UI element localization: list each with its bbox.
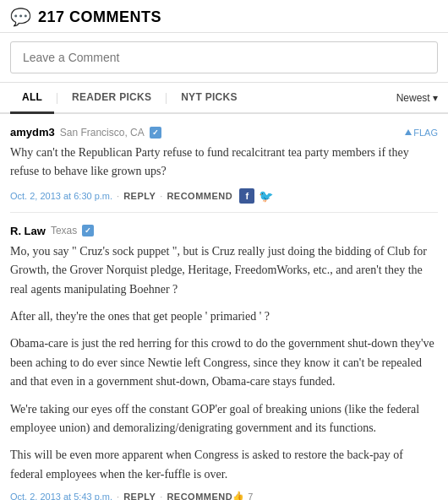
thumbs-up-icon: 👍 <box>232 491 244 500</box>
dot-2: · <box>160 191 162 201</box>
sort-arrow: ▾ <box>433 92 438 104</box>
sort-dropdown[interactable]: Newest ▾ <box>396 92 438 104</box>
comment-1-author: amydm3 <box>10 126 55 139</box>
comment-2-location: Texas <box>51 225 77 236</box>
comment-1-location: San Francisco, CA <box>60 127 145 139</box>
tabs-left: ALL | READER PICKS | NYT PICKS <box>10 83 396 112</box>
dot-1: · <box>117 191 119 201</box>
comments-header: 💬 217 COMMENTS <box>0 0 448 33</box>
comment-input-area <box>0 33 448 83</box>
comment-1-actions: Oct. 2, 2013 at 6:30 p.m. · REPLY · RECO… <box>10 188 438 204</box>
comments-count-title: 217 COMMENTS <box>38 8 161 26</box>
comment-2-recommend[interactable]: RECOMMEND <box>167 492 232 500</box>
comment-1-meta: amydm3 San Francisco, CA ✓ FLAG <box>10 126 438 139</box>
comment-2-text: Mo, you say " Cruz's sock puppet ", but … <box>10 242 438 484</box>
comment-input[interactable] <box>10 41 438 73</box>
comment-1-verified: ✓ <box>150 127 161 139</box>
comment-2-reply[interactable]: REPLY <box>123 492 156 500</box>
comment-1-author-area: amydm3 San Francisco, CA ✓ <box>10 126 161 139</box>
tab-all[interactable]: ALL <box>10 83 54 114</box>
dot-3: · <box>117 492 119 500</box>
comment-icon: 💬 <box>10 7 31 27</box>
comment-2-actions: Oct. 2, 2013 at 5:43 p.m. · REPLY · RECO… <box>10 491 438 500</box>
comment-2-verified: ✓ <box>82 225 94 236</box>
comment-1-flag[interactable]: FLAG <box>405 128 438 138</box>
comment-2-date: Oct. 2, 2013 at 5:43 p.m. <box>10 492 112 500</box>
flag-label: FLAG <box>413 128 438 138</box>
tab-nyt-picks[interactable]: NYT PICKS <box>169 83 249 114</box>
comment-1: amydm3 San Francisco, CA ✓ FLAG Why can'… <box>10 114 438 213</box>
comment-1-text: Why can't the Republican Party refuse to… <box>10 144 438 182</box>
sort-label: Newest <box>396 92 430 104</box>
comment-2-meta: R. Law Texas ✓ <box>10 225 438 237</box>
tab-reader-picks[interactable]: READER PICKS <box>60 83 163 114</box>
twitter-icon[interactable]: 🐦 <box>259 190 273 202</box>
comment-1-date: Oct. 2, 2013 at 6:30 p.m. <box>10 191 112 201</box>
facebook-icon[interactable]: f <box>239 188 254 204</box>
comment-1-social: f 🐦 <box>239 188 273 204</box>
comment-2: R. Law Texas ✓ Mo, you say " Cruz's sock… <box>10 213 438 500</box>
comment-2-recommend-count: 7 <box>248 492 253 500</box>
tabs-row: ALL | READER PICKS | NYT PICKS Newest ▾ <box>0 83 448 114</box>
tab-divider-1: | <box>54 91 60 105</box>
dot-4: · <box>160 492 162 500</box>
comment-1-reply[interactable]: REPLY <box>123 191 156 201</box>
comment-2-author: R. Law <box>10 225 46 237</box>
comment-2-author-area: R. Law Texas ✓ <box>10 225 94 237</box>
comment-1-recommend[interactable]: RECOMMEND <box>167 191 232 201</box>
tab-divider-2: | <box>163 91 169 105</box>
flag-icon <box>405 129 412 135</box>
comments-list: amydm3 San Francisco, CA ✓ FLAG Why can'… <box>0 114 448 500</box>
